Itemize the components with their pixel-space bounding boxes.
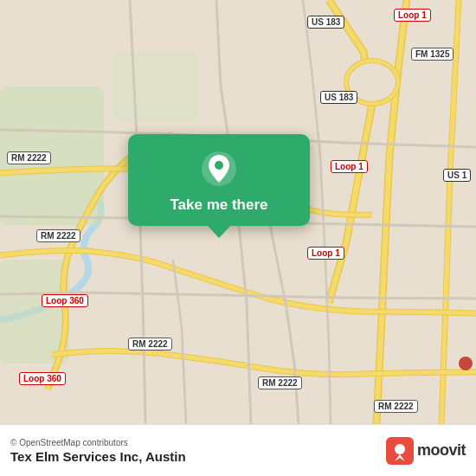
svg-rect-2	[0, 260, 69, 363]
moovit-logo: moovit	[386, 437, 466, 465]
svg-point-8	[215, 161, 223, 170]
road-label-loop1-top: Loop 1	[394, 9, 431, 22]
svg-point-10	[395, 444, 405, 454]
location-pin-icon	[200, 150, 238, 188]
svg-point-6	[459, 357, 473, 370]
road-label-us183-mid: US 183	[320, 91, 357, 104]
bottom-bar: © OpenStreetMap contributors Tex Elm Ser…	[0, 424, 476, 476]
location-title: Tex Elm Services Inc, Austin	[10, 449, 186, 464]
bottom-left: © OpenStreetMap contributors Tex Elm Ser…	[10, 438, 186, 464]
road-label-loop1-mid: Loop 1	[331, 160, 368, 173]
moovit-text: moovit	[417, 441, 466, 460]
road-label-loop360-bot: Loop 360	[19, 372, 66, 385]
road-label-rm2222-mid: RM 2222	[36, 229, 80, 242]
road-label-rm2222-corner: RM 2222	[374, 400, 418, 413]
svg-rect-3	[113, 52, 199, 121]
popup-card[interactable]: Take me there	[128, 134, 310, 226]
road-label-rm2222-left: RM 2222	[7, 151, 51, 164]
popup-label: Take me there	[170, 196, 267, 214]
map-container: US 183 Loop 1 FM 1325 US 183 Loop 360 Lo…	[0, 0, 476, 424]
road-label-rm2222-bot: RM 2222	[258, 376, 302, 389]
road-label-loop1-lower: Loop 1	[307, 247, 344, 260]
road-label-us1-right: US 1	[443, 169, 471, 182]
road-label-us183-top: US 183	[307, 16, 344, 29]
copyright-text: © OpenStreetMap contributors	[10, 438, 186, 447]
moovit-icon	[386, 437, 414, 465]
road-label-rm2222-lower: RM 2222	[128, 338, 172, 351]
road-label-loop360-lower: Loop 360	[42, 294, 88, 307]
road-label-fm1325: FM 1325	[411, 48, 453, 61]
